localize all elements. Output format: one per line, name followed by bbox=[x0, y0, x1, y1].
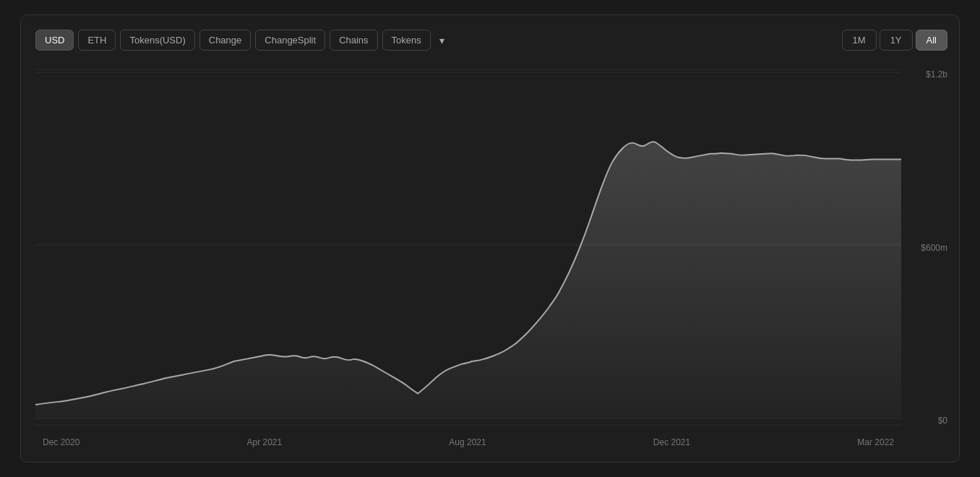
x-label-dec2021: Dec 2021 bbox=[653, 437, 690, 447]
dropdown-button[interactable]: ▾ bbox=[435, 32, 449, 49]
tab-eth[interactable]: ETH bbox=[78, 30, 116, 51]
chart-area: Dec 2020 Apr 2021 Aug 2021 Dec 2021 Mar … bbox=[35, 62, 947, 447]
x-label-dec2020: Dec 2020 bbox=[43, 437, 79, 447]
y-axis: $1.2b $600m $0 bbox=[901, 62, 947, 447]
time-1y[interactable]: 1Y bbox=[880, 30, 913, 51]
toolbar-left: USD ETH Tokens(USD) Change ChangeSplit C… bbox=[35, 30, 449, 51]
x-label-aug2021: Aug 2021 bbox=[449, 437, 486, 447]
time-all[interactable]: All bbox=[916, 30, 947, 51]
line-chart bbox=[35, 62, 901, 426]
y-label-mid: $600m bbox=[921, 243, 947, 253]
x-axis: Dec 2020 Apr 2021 Aug 2021 Dec 2021 Mar … bbox=[35, 426, 901, 447]
x-label-mar2022: Mar 2022 bbox=[857, 437, 894, 447]
time-1m[interactable]: 1M bbox=[842, 30, 877, 51]
y-label-bot: $0 bbox=[938, 416, 947, 426]
tab-changesplit[interactable]: ChangeSplit bbox=[255, 30, 325, 51]
tab-tokens-usd[interactable]: Tokens(USD) bbox=[120, 30, 194, 51]
y-label-top: $1.2b bbox=[926, 69, 947, 80]
tab-tokens[interactable]: Tokens bbox=[382, 30, 431, 51]
tab-change[interactable]: Change bbox=[199, 30, 252, 51]
toolbar-right: 1M 1Y All bbox=[842, 30, 947, 51]
chart-inner: Dec 2020 Apr 2021 Aug 2021 Dec 2021 Mar … bbox=[35, 62, 901, 447]
tab-chains[interactable]: Chains bbox=[330, 30, 377, 51]
x-label-apr2021: Apr 2021 bbox=[246, 437, 282, 447]
tab-usd[interactable]: USD bbox=[35, 30, 74, 51]
chart-container: USD ETH Tokens(USD) Change ChangeSplit C… bbox=[20, 14, 960, 463]
toolbar: USD ETH Tokens(USD) Change ChangeSplit C… bbox=[35, 30, 947, 51]
